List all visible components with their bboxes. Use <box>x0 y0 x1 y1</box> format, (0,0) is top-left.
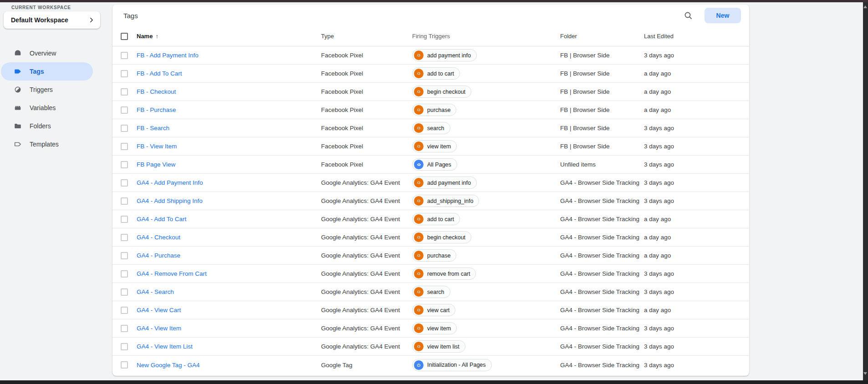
row-checkbox[interactable] <box>121 197 128 205</box>
row-checkbox[interactable] <box>121 216 128 223</box>
table-row[interactable]: GA4 - View Item Google Analytics: GA4 Ev… <box>112 319 749 338</box>
row-checkbox[interactable] <box>121 106 128 114</box>
select-all-checkbox[interactable] <box>121 33 128 40</box>
firing-trigger-chip[interactable]: purchase <box>412 249 456 262</box>
firing-trigger-chip[interactable]: add payment info <box>412 177 477 189</box>
firing-trigger-chip[interactable]: begin checkout <box>412 86 471 98</box>
table-row[interactable]: FB Page View Facebook Pixel All Pages Un… <box>112 156 749 174</box>
workspace-selector[interactable]: Default Workspace <box>4 11 100 29</box>
tag-name-link[interactable]: FB - Purchase <box>137 106 176 113</box>
row-checkbox[interactable] <box>121 234 128 241</box>
row-checkbox[interactable] <box>121 361 128 369</box>
firing-trigger-chip[interactable]: search <box>412 286 450 298</box>
tag-name-link[interactable]: GA4 - Search <box>137 288 174 295</box>
firing-trigger-chip[interactable]: add payment info <box>412 49 477 61</box>
tag-folder: FB | Browser Side <box>560 52 644 59</box>
table-row[interactable]: GA4 - Checkout Google Analytics: GA4 Eve… <box>112 228 749 247</box>
tag-name-link[interactable]: FB Page View <box>137 161 175 168</box>
scroll-up-icon[interactable] <box>863 5 867 8</box>
tag-name-link[interactable]: FB - Add To Cart <box>137 70 182 77</box>
firing-trigger-chip[interactable]: add_shipping_info <box>412 195 479 207</box>
tag-type: Google Analytics: GA4 Event <box>321 325 412 332</box>
row-checkbox[interactable] <box>121 161 128 168</box>
table-row[interactable]: GA4 - View Cart Google Analytics: GA4 Ev… <box>112 301 749 319</box>
row-checkbox[interactable] <box>121 70 128 77</box>
firing-trigger-chip[interactable]: view cart <box>412 304 455 316</box>
row-checkbox[interactable] <box>121 252 128 259</box>
table-row[interactable]: FB - Add To Cart Facebook Pixel add to c… <box>112 65 749 83</box>
row-checkbox[interactable] <box>121 307 128 314</box>
firing-trigger-chip[interactable]: add to cart <box>412 67 460 80</box>
firing-trigger-chip[interactable]: search <box>412 122 450 134</box>
tag-name-link[interactable]: FB - Checkout <box>137 88 176 95</box>
tag-name-link[interactable]: New Google Tag - GA4 <box>137 362 200 369</box>
search-icon[interactable] <box>680 7 696 24</box>
firing-trigger-chip[interactable]: view item <box>412 140 457 152</box>
table-row[interactable]: FB - Add Payment Info Facebook Pixel add… <box>112 46 749 65</box>
row-checkbox[interactable] <box>121 179 128 187</box>
sidebar-item-overview[interactable]: Overview <box>1 44 93 62</box>
row-checkbox[interactable] <box>121 143 128 150</box>
firing-trigger-chip[interactable]: Initialization - All Pages <box>412 359 492 371</box>
firing-trigger-chip[interactable]: view item list <box>412 340 465 353</box>
column-header-name[interactable]: Name↑ <box>137 33 321 40</box>
firing-trigger-chip[interactable]: view item <box>412 322 457 334</box>
column-header-last-edited[interactable]: Last Edited <box>644 33 749 40</box>
table-row[interactable]: GA4 - View Item List Google Analytics: G… <box>112 338 749 356</box>
tag-name-link[interactable]: GA4 - Checkout <box>137 234 180 241</box>
sidebar-item-templates[interactable]: Templates <box>1 135 93 153</box>
column-header-firing-triggers[interactable]: Firing Triggers <box>412 33 560 40</box>
sidebar-item-tags[interactable]: Tags <box>1 62 93 81</box>
column-header-type[interactable]: Type <box>321 33 412 40</box>
tag-name-link[interactable]: GA4 - Remove From Cart <box>137 270 207 277</box>
tag-name-link[interactable]: GA4 - View Item <box>137 325 181 332</box>
table-row[interactable]: GA4 - Remove From Cart Google Analytics:… <box>112 265 749 283</box>
firing-trigger-chip[interactable]: All Pages <box>412 158 457 171</box>
row-checkbox[interactable] <box>121 270 128 278</box>
sidebar-item-folders[interactable]: Folders <box>1 117 93 135</box>
table-row[interactable]: GA4 - Search Google Analytics: GA4 Event… <box>112 283 749 301</box>
code-brackets-icon <box>414 87 424 96</box>
tag-name-link[interactable]: GA4 - Add Payment Info <box>137 179 203 186</box>
table-row[interactable]: FB - View Item Facebook Pixel view item … <box>112 137 749 156</box>
tag-type: Google Analytics: GA4 Event <box>321 288 412 295</box>
column-header-folder[interactable]: Folder <box>560 33 644 40</box>
firing-trigger-chip[interactable]: remove from cart <box>412 268 476 280</box>
tag-name-link[interactable]: GA4 - Add Shipping Info <box>137 197 203 204</box>
tag-last-edited: 3 days ago <box>644 161 749 168</box>
table-row[interactable]: FB - Purchase Facebook Pixel purchase FB… <box>112 101 749 119</box>
tag-name-link[interactable]: FB - View Item <box>137 143 177 150</box>
scroll-down-icon[interactable] <box>863 372 867 375</box>
sidebar-item-triggers[interactable]: Triggers <box>1 81 93 99</box>
row-checkbox[interactable] <box>121 343 128 350</box>
table-row[interactable]: GA4 - Purchase Google Analytics: GA4 Eve… <box>112 247 749 265</box>
table-row[interactable]: FB - Search Facebook Pixel search FB | B… <box>112 119 749 137</box>
table-row[interactable]: FB - Checkout Facebook Pixel begin check… <box>112 83 749 101</box>
row-checkbox[interactable] <box>121 125 128 132</box>
tag-name-link[interactable]: GA4 - View Cart <box>137 307 181 313</box>
tag-folder: GA4 - Browser Side Tracking <box>560 270 644 277</box>
tag-name-link[interactable]: FB - Search <box>137 125 169 131</box>
tag-name-link[interactable]: GA4 - Purchase <box>137 252 180 259</box>
row-checkbox[interactable] <box>121 288 128 296</box>
firing-trigger-chip[interactable]: add to cart <box>412 213 460 225</box>
code-brackets-icon <box>414 287 424 297</box>
code-brackets-icon <box>414 305 424 315</box>
tag-name-link[interactable]: GA4 - Add To Cart <box>137 216 186 222</box>
tag-name-link[interactable]: FB - Add Payment Info <box>137 52 199 59</box>
row-checkbox[interactable] <box>121 325 128 332</box>
new-tag-button[interactable]: New <box>705 8 741 23</box>
scrollbar[interactable] <box>863 2 868 380</box>
row-checkbox[interactable] <box>121 88 128 96</box>
tag-last-edited: 3 days ago <box>644 288 749 295</box>
row-checkbox[interactable] <box>121 52 128 59</box>
tag-name-link[interactable]: GA4 - View Item List <box>137 343 193 350</box>
sidebar-item-variables[interactable]: Variables <box>1 99 93 117</box>
tag-folder: GA4 - Browser Side Tracking <box>560 343 644 350</box>
firing-trigger-chip[interactable]: purchase <box>412 104 456 116</box>
table-row[interactable]: GA4 - Add Shipping Info Google Analytics… <box>112 192 749 210</box>
table-row[interactable]: GA4 - Add To Cart Google Analytics: GA4 … <box>112 210 749 228</box>
firing-trigger-chip[interactable]: begin checkout <box>412 231 471 243</box>
table-row[interactable]: GA4 - Add Payment Info Google Analytics:… <box>112 174 749 192</box>
table-row[interactable]: New Google Tag - GA4 Google Tag Initiali… <box>112 356 749 374</box>
